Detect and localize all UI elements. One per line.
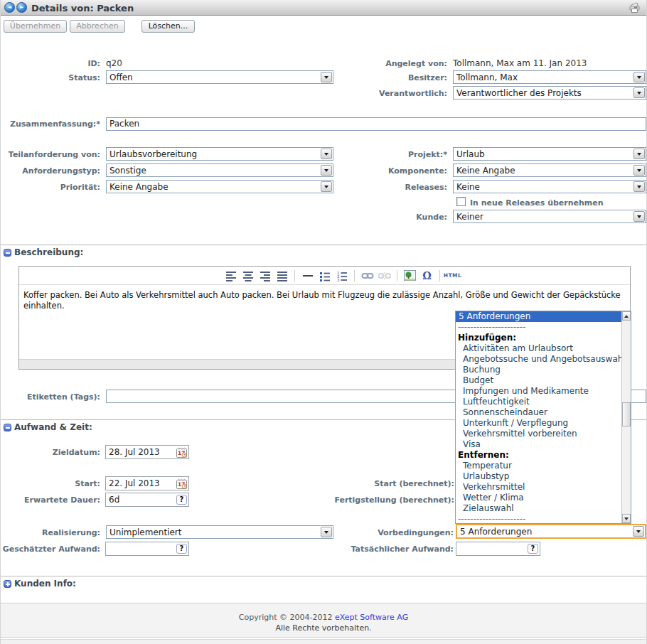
owner-select-value: Tollmann, Max: [454, 73, 633, 82]
responsible-label: Verantwortlich:: [271, 89, 447, 98]
tags-label: Etiketten (Tags):: [1, 392, 100, 402]
dropdown-option[interactable]: Temperatur: [456, 461, 621, 471]
help-icon[interactable]: ?: [528, 544, 538, 554]
dropdown-option[interactable]: Aktivitäten am Urlaubsort: [456, 343, 621, 354]
dropdown-option[interactable]: Wetter / Klima: [456, 493, 621, 503]
align-right-icon[interactable]: [258, 269, 272, 282]
copyright-line: Copyright © 2004-2012 eXept Software AG: [1, 613, 646, 622]
title-bar: ◄ ► Details von: Packen: [1, 0, 646, 16]
dropdown-option-selected[interactable]: 5 Anforderungen: [456, 311, 621, 322]
insert-image-icon[interactable]: [403, 269, 417, 282]
dropdown-option[interactable]: Sonnenscheindauer: [456, 407, 621, 418]
scrollbar-thumb[interactable]: [622, 402, 631, 426]
help-icon[interactable]: ?: [176, 544, 187, 554]
customer-select[interactable]: Keiner: [453, 210, 646, 223]
dropdown-group-header: Entfernen:: [456, 450, 621, 461]
expected-duration-value: 6d: [106, 495, 176, 505]
section-divider: [1, 245, 646, 245]
dropdown-option[interactable]: Visa: [456, 439, 621, 450]
dropdown-scrollbar[interactable]: [621, 311, 631, 523]
start-calculated-label: Start (berechnet):: [299, 479, 454, 488]
effort-section-header: Aufwand & Zeit:: [14, 422, 92, 432]
company-link[interactable]: eXept Software AG: [335, 613, 408, 622]
html-source-button[interactable]: HTML: [446, 269, 459, 282]
dropdown-option[interactable]: Angebotssuche und Angebotsauswahl: [456, 354, 621, 365]
forward-icon[interactable]: ►: [16, 2, 27, 13]
new-releases-checkbox[interactable]: [456, 197, 466, 206]
chevron-down-icon: [633, 211, 645, 222]
calendar-icon[interactable]: 17: [176, 478, 187, 489]
preconditions-dropdown-list: 5 Anforderungen ---------------------- H…: [455, 311, 631, 524]
expand-icon[interactable]: [4, 580, 11, 588]
parent-requirement-label: Teilanforderung von:: [1, 150, 100, 159]
created-by-label: Angelegt von:: [271, 59, 447, 68]
editor-toolbar: 123 Ω HTML: [19, 267, 630, 285]
description-text[interactable]: Koffer packen. Bei Auto als Verkehrsmitt…: [23, 290, 627, 311]
realization-select-value: Unimplementiert: [107, 527, 321, 537]
page-footer: Copyright © 2004-2012 eXept Software AG …: [1, 603, 646, 638]
scroll-up-icon[interactable]: [622, 311, 631, 321]
id-value: q20: [106, 58, 122, 68]
chevron-down-icon: [633, 526, 644, 537]
chevron-down-icon: [633, 87, 645, 98]
align-center-icon[interactable]: [241, 269, 255, 282]
project-select[interactable]: Urlaub: [453, 147, 646, 161]
insert-link-icon[interactable]: [360, 269, 374, 282]
component-select-value: Keine Angabe: [454, 166, 633, 176]
component-select[interactable]: Keine Angabe: [453, 163, 646, 177]
dropdown-option[interactable]: Buchung: [456, 365, 621, 375]
chevron-down-icon: [633, 181, 645, 192]
summary-label: Zusammenfassung:*: [1, 119, 100, 129]
releases-select-value: Keine: [454, 182, 633, 192]
preconditions-select[interactable]: 5 Anforderungen: [456, 524, 646, 539]
help-icon[interactable]: ?: [176, 495, 187, 505]
new-releases-checkbox-label: In neue Releases übernehmen: [470, 198, 604, 208]
collapse-icon[interactable]: [4, 249, 11, 257]
align-justify-icon[interactable]: [275, 269, 289, 282]
estimated-effort-input[interactable]: ?: [105, 542, 189, 556]
project-label: Projekt:*: [271, 150, 447, 159]
start-date-input[interactable]: 22. Jul 2013 17: [105, 476, 189, 490]
dropdown-separator: ----------------------: [456, 514, 621, 523]
preconditions-select-value: 5 Anforderungen: [457, 527, 633, 537]
dropdown-options: 5 Anforderungen ---------------------- H…: [456, 311, 621, 523]
dropdown-option[interactable]: Impfungen und Medikamente: [456, 386, 621, 397]
summary-input[interactable]: Packen: [106, 117, 646, 131]
chevron-down-icon: [633, 165, 645, 176]
responsible-select[interactable]: Verantwortlicher des Projekts: [453, 86, 646, 100]
print-icon[interactable]: [628, 1, 641, 16]
bullet-list-icon[interactable]: [318, 269, 331, 282]
target-date-input[interactable]: 28. Jul 2013 17: [105, 445, 189, 459]
align-left-icon[interactable]: [224, 269, 237, 282]
actual-effort-input[interactable]: ?: [456, 542, 540, 556]
owner-select[interactable]: Tollmann, Max: [453, 70, 646, 84]
created-by-value: Tollmann, Max am 11. Jan 2013: [453, 58, 587, 68]
collapse-icon[interactable]: [4, 424, 11, 431]
releases-select[interactable]: Keine: [453, 180, 646, 193]
dropdown-option[interactable]: Verkehrsmittel vorbereiten: [456, 429, 621, 439]
dropdown-option[interactable]: Zielauswahl: [456, 503, 621, 514]
dropdown-option[interactable]: Budget: [456, 375, 621, 386]
expected-duration-input[interactable]: 6d ?: [105, 493, 189, 507]
toolbar-separator: [397, 270, 397, 281]
dropdown-option[interactable]: Unterkunft / Verpflegung: [456, 418, 621, 429]
back-icon[interactable]: ◄: [4, 2, 15, 13]
start-date-value: 22. Jul 2013: [106, 478, 176, 488]
dropdown-option[interactable]: Urlaubstyp: [456, 471, 621, 482]
status-label: Status:: [1, 73, 100, 82]
calendar-icon[interactable]: 17: [176, 447, 187, 458]
section-divider: [1, 576, 646, 576]
id-label: ID:: [1, 59, 100, 68]
delete-button[interactable]: Löschen...: [141, 20, 195, 33]
realization-label: Realisierung:: [1, 528, 100, 537]
dropdown-option[interactable]: Luftfeuchtigkeit: [456, 397, 621, 407]
owner-label: Besitzer:: [271, 73, 447, 82]
cancel-button[interactable]: Abbrechen: [70, 20, 125, 33]
numbered-list-icon[interactable]: 123: [335, 269, 348, 282]
scroll-down-icon[interactable]: [622, 514, 631, 523]
apply-button[interactable]: Übernehmen: [4, 20, 67, 33]
dropdown-option[interactable]: Verkehrsmittel: [456, 482, 621, 493]
horizontal-rule-icon[interactable]: [301, 269, 314, 282]
remove-link-icon[interactable]: [378, 269, 391, 282]
special-character-icon[interactable]: Ω: [420, 269, 434, 282]
